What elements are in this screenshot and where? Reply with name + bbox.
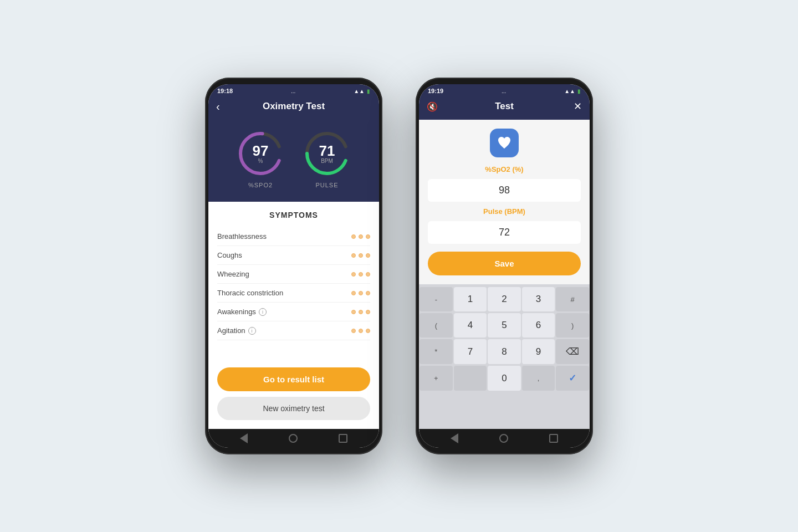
dot[interactable] <box>351 253 356 258</box>
key-0[interactable]: 0 <box>488 366 521 391</box>
right-phone: 19:19 ... ▲▲ ▮ 🔇 Test ✕ <box>416 78 593 454</box>
symptom-name-coughs: Coughs <box>217 251 242 259</box>
key-empty <box>454 366 487 391</box>
right-nav-home-button[interactable] <box>499 434 508 443</box>
new-oximetry-test-button[interactable]: New oximetry test <box>217 397 370 420</box>
key-minus[interactable]: - <box>420 287 453 311</box>
key-1[interactable]: 1 <box>454 287 487 311</box>
key-8[interactable]: 8 <box>488 339 521 364</box>
left-status-icons: ▲▲ ▮ <box>354 88 370 94</box>
left-header-title: Oximetry Test <box>263 101 325 112</box>
nav-back-button[interactable] <box>240 433 248 443</box>
dot[interactable] <box>351 272 356 277</box>
symptom-dots-5[interactable] <box>351 310 370 314</box>
right-battery-icon: ▮ <box>577 88 581 94</box>
sound-button[interactable]: 🔇 <box>427 101 438 112</box>
key-plus[interactable]: + <box>420 366 453 391</box>
key-2[interactable]: 2 <box>488 287 521 311</box>
dot[interactable] <box>359 329 363 333</box>
right-nav-recents-button[interactable] <box>549 434 558 443</box>
spo2-value: 97 <box>253 144 269 158</box>
nav-home-button[interactable] <box>289 434 298 443</box>
symptom-wheezing: Wheezing <box>217 265 370 284</box>
key-4[interactable]: 4 <box>454 313 487 337</box>
dot[interactable] <box>366 291 370 295</box>
pulse-field-value[interactable]: 72 <box>428 221 581 244</box>
pulse-field-label: Pulse (BPM) <box>428 207 581 216</box>
dot[interactable] <box>351 291 356 295</box>
symptom-awakenings: Awakenings i <box>217 303 370 321</box>
dot[interactable] <box>359 253 363 258</box>
dot[interactable] <box>359 310 363 314</box>
key-backspace[interactable]: ⌫ <box>556 339 589 364</box>
symptom-name-awakenings: Awakenings i <box>217 308 267 316</box>
dot[interactable] <box>359 234 363 239</box>
pulse-circle: 71 BPM <box>302 129 352 178</box>
awakenings-info-icon[interactable]: i <box>259 308 267 316</box>
signal-icon: ▲▲ <box>354 88 365 94</box>
left-nav-bar <box>208 429 379 448</box>
close-button[interactable]: ✕ <box>574 100 582 112</box>
key-comma[interactable]: , <box>522 366 555 391</box>
key-asterisk[interactable]: * <box>420 339 453 364</box>
agitation-info-icon[interactable]: i <box>248 327 256 335</box>
back-button[interactable]: ‹ <box>216 100 220 113</box>
right-nav-bar <box>419 429 590 448</box>
symptom-dots-3[interactable] <box>351 272 370 277</box>
go-to-result-list-button[interactable]: Go to result list <box>217 367 370 391</box>
spo2-field-value[interactable]: 98 <box>428 179 581 202</box>
key-7[interactable]: 7 <box>454 339 487 364</box>
save-button[interactable]: Save <box>428 252 581 275</box>
left-status-bar: 19:18 ... ▲▲ ▮ <box>208 84 379 96</box>
right-dots: ... <box>502 88 506 94</box>
nav-recents-button[interactable] <box>339 434 347 443</box>
pulse-value: 71 <box>319 144 335 158</box>
symptom-name-breathlessness: Breathlessness <box>217 232 267 241</box>
dot[interactable] <box>359 272 363 277</box>
dot[interactable] <box>351 310 356 314</box>
key-close-paren[interactable]: ) <box>556 313 589 337</box>
dot[interactable] <box>366 234 370 239</box>
symptom-dots-6[interactable] <box>351 329 370 333</box>
key-9[interactable]: 9 <box>522 339 555 364</box>
symptoms-title: SYMPTOMS <box>217 211 370 219</box>
keypad-row-1: - 1 2 3 # <box>419 287 590 312</box>
left-time: 19:18 <box>217 88 233 94</box>
dot[interactable] <box>366 310 370 314</box>
spo2-circle: 97 % <box>236 129 285 178</box>
test-form-area: %SpO2 (%) 98 Pulse (BPM) 72 Save <box>419 120 590 284</box>
right-status-icons: ▲▲ ▮ <box>564 88 581 94</box>
left-header: ‹ Oximetry Test <box>208 96 379 120</box>
left-phone: 19:18 ... ▲▲ ▮ ‹ Oximetry Test <box>205 78 382 454</box>
heart-icon <box>497 135 512 151</box>
symptom-dots-4[interactable] <box>351 291 370 295</box>
dot[interactable] <box>351 234 356 239</box>
symptom-name-wheezing: Wheezing <box>217 270 249 278</box>
symptom-dots-1[interactable] <box>351 234 370 239</box>
right-nav-back-button[interactable] <box>451 433 458 443</box>
right-screen: 19:19 ... ▲▲ ▮ 🔇 Test ✕ <box>419 84 590 448</box>
symptom-dots-2[interactable] <box>351 253 370 258</box>
keypad-row-3: * 7 8 9 ⌫ <box>419 339 590 365</box>
key-3[interactable]: 3 <box>522 287 555 311</box>
dot[interactable] <box>366 253 370 258</box>
dot[interactable] <box>359 291 363 295</box>
dot[interactable] <box>366 329 370 333</box>
left-screen-content: SYMPTOMS Breathlessness Coughs <box>208 202 379 429</box>
test-content: %SpO2 (%) 98 Pulse (BPM) 72 Save - 1 2 3… <box>419 120 590 429</box>
key-confirm[interactable]: ✓ <box>556 366 589 391</box>
battery-icon: ▮ <box>367 88 370 94</box>
key-5[interactable]: 5 <box>488 313 521 337</box>
buttons-area: Go to result list New oximetry test <box>208 359 379 429</box>
key-6[interactable]: 6 <box>522 313 555 337</box>
key-hash[interactable]: # <box>556 287 589 311</box>
key-open-paren[interactable]: ( <box>420 313 453 337</box>
symptom-coughs: Coughs <box>217 246 370 265</box>
left-dots: ... <box>291 88 295 94</box>
symptom-agitation: Agitation i <box>217 321 370 340</box>
dot[interactable] <box>366 272 370 277</box>
right-header: 🔇 Test ✕ <box>419 96 590 120</box>
keypad-row-4: + 0 , ✓ <box>419 365 590 391</box>
dot[interactable] <box>351 329 356 333</box>
keypad: - 1 2 3 # ( 4 5 6 ) * 7 <box>419 284 590 429</box>
